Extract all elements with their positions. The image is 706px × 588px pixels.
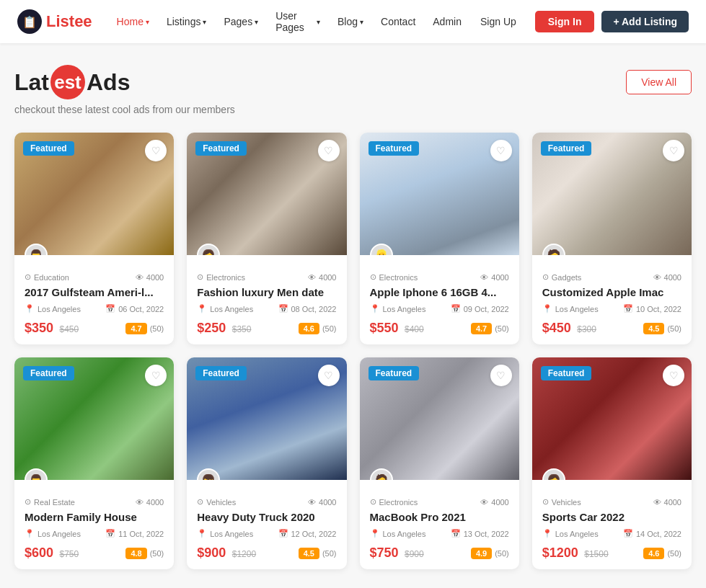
card-title: Modern Family House	[25, 511, 164, 523]
featured-badge: Featured	[195, 141, 247, 156]
signin-button[interactable]: Sign In	[535, 11, 595, 32]
review-count: (50)	[495, 549, 509, 558]
card-price: $1200	[542, 545, 578, 560]
card-body: ⊙ Education 👁 4000 2017 Gulfsteam Ameri-…	[14, 255, 174, 344]
eye-icon: 👁	[480, 498, 488, 507]
card-title: MacBook Pro 2021	[370, 511, 509, 523]
calendar-icon: 📅	[623, 304, 633, 313]
nav-item-admin[interactable]: Admin	[425, 12, 469, 32]
review-count: (50)	[667, 324, 681, 333]
card-footer: $450 $300 4.5 (50)	[542, 321, 681, 336]
calendar-icon: 📅	[451, 529, 461, 538]
card-info: 📍 Los Angeles 📅 13 Oct, 2022	[370, 529, 509, 538]
card-rating: 4.5 (50)	[643, 323, 681, 334]
card-image: Featured ♡ 👩	[532, 357, 692, 480]
card-price-old: $400	[405, 324, 424, 334]
card-category: ⊙ Vehicles	[542, 497, 581, 507]
card-price: $600	[25, 545, 53, 560]
eye-icon: 👁	[653, 498, 661, 507]
card-pricing: $450 $300	[542, 321, 596, 336]
listing-card[interactable]: Featured ♡ 🧑 ⊙ Gadgets 👁 4000 Customized…	[532, 133, 692, 344]
card-category: ⊙ Gadgets	[542, 272, 582, 282]
featured-badge: Featured	[195, 366, 247, 380]
card-rating: 4.7 (50)	[471, 323, 509, 334]
card-views: 👁 4000	[308, 497, 336, 507]
section-title: Latest Ads	[14, 65, 130, 99]
wishlist-button[interactable]: ♡	[318, 140, 340, 161]
view-all-button[interactable]: View All	[626, 70, 692, 94]
card-meta: ⊙ Electronics 👁 4000	[197, 272, 336, 282]
listing-card[interactable]: Featured ♡ 👩 ⊙ Vehicles 👁 4000 Sports Ca…	[532, 357, 692, 569]
wishlist-button[interactable]: ♡	[490, 365, 512, 386]
card-price-old: $450	[60, 324, 79, 334]
nav-item-user-pages[interactable]: User Pages ▾	[268, 6, 327, 37]
calendar-icon: 📅	[105, 304, 115, 313]
listing-card[interactable]: Featured ♡ 🧔 ⊙ Electronics 👁 4000 MacBoo…	[360, 357, 519, 569]
card-body: ⊙ Gadgets 👁 4000 Customized Apple Imac 📍…	[532, 255, 692, 344]
card-price: $350	[25, 321, 53, 335]
card-info: 📍 Los Angeles 📅 10 Oct, 2022	[542, 304, 681, 313]
wishlist-button[interactable]: ♡	[663, 140, 684, 161]
card-price: $550	[370, 321, 399, 335]
wishlist-button[interactable]: ♡	[663, 365, 684, 386]
card-date: 📅 11 Oct, 2022	[105, 529, 164, 538]
category-icon: ⊙	[25, 272, 31, 282]
review-count: (50)	[150, 324, 164, 333]
listing-card[interactable]: Featured ♡ 👦 ⊙ Vehicles 👁 4000 Heavy Dut…	[187, 357, 346, 569]
listing-card[interactable]: Featured ♡ 👱 ⊙ Electronics 👁 4000 Apple …	[360, 133, 519, 344]
card-info: 📍 Los Angeles 📅 14 Oct, 2022	[542, 529, 681, 538]
card-price-old: $1200	[232, 549, 256, 559]
nav-item-home[interactable]: Home ▾	[110, 12, 156, 32]
card-price-old: $350	[232, 324, 252, 334]
add-listing-button[interactable]: + Add Listing	[601, 11, 689, 32]
eye-icon: 👁	[480, 273, 488, 282]
nav-item-pages[interactable]: Pages ▾	[216, 12, 265, 32]
listing-card[interactable]: Featured ♡ 👩 ⊙ Electronics 👁 4000 Fashio…	[187, 133, 346, 344]
eye-icon: 👁	[308, 498, 316, 507]
card-image: Featured ♡ 👱	[360, 133, 519, 255]
card-body: ⊙ Electronics 👁 4000 Fashion luxury Men …	[187, 255, 346, 344]
logo[interactable]: Listee	[17, 9, 92, 34]
card-price-old: $1500	[584, 549, 608, 559]
nav-links: Home ▾ Listings ▾ Pages ▾ User Pages ▾ B…	[110, 6, 469, 37]
card-location: 📍 Los Angeles	[370, 529, 426, 538]
category-icon: ⊙	[370, 497, 376, 507]
card-footer: $1200 $1500 4.6 (50)	[542, 545, 681, 561]
eye-icon: 👁	[136, 498, 144, 507]
card-price: $750	[370, 545, 399, 560]
wishlist-button[interactable]: ♡	[490, 140, 512, 161]
card-image: Featured ♡ 🧑	[532, 133, 692, 255]
review-count: (50)	[322, 324, 337, 333]
card-rating: 4.8 (50)	[125, 548, 164, 559]
calendar-icon: 📅	[278, 529, 288, 538]
location-icon: 📍	[542, 304, 552, 313]
card-category: ⊙ Real Estate	[25, 497, 75, 507]
card-meta: ⊙ Electronics 👁 4000	[370, 272, 509, 282]
review-count: (50)	[150, 549, 164, 558]
rating-badge: 4.5	[299, 548, 319, 559]
card-pricing: $1200 $1500	[542, 545, 609, 561]
card-title: Apple Iphone 6 16GB 4...	[370, 286, 509, 298]
card-body: ⊙ Vehicles 👁 4000 Sports Car 2022 📍 Los …	[532, 480, 692, 569]
wishlist-button[interactable]: ♡	[318, 365, 340, 386]
card-location: 📍 Los Angeles	[197, 304, 253, 313]
card-meta: ⊙ Vehicles 👁 4000	[197, 497, 336, 507]
card-footer: $550 $400 4.7 (50)	[370, 321, 509, 336]
card-pricing: $750 $900	[370, 545, 424, 561]
card-views: 👁 4000	[136, 497, 164, 507]
card-price-old: $900	[405, 549, 424, 559]
card-footer: $900 $1200 4.5 (50)	[197, 545, 336, 561]
nav-item-blog[interactable]: Blog ▾	[330, 12, 371, 32]
signup-button[interactable]: Sign Up	[469, 11, 528, 32]
listing-card[interactable]: Featured ♡ 👨 ⊙ Education 👁 4000 2017 Gul…	[14, 133, 174, 344]
featured-badge: Featured	[541, 366, 592, 380]
featured-badge: Featured	[541, 141, 592, 156]
featured-badge: Featured	[369, 366, 420, 380]
nav-item-contact[interactable]: Contact	[374, 12, 423, 32]
nav-item-listings[interactable]: Listings ▾	[159, 12, 213, 32]
chevron-down-icon: ▾	[255, 18, 258, 26]
location-icon: 📍	[542, 529, 552, 538]
card-image: Featured ♡ 👦	[187, 357, 346, 480]
chevron-down-icon: ▾	[203, 18, 206, 26]
listing-card[interactable]: Featured ♡ 👨 ⊙ Real Estate 👁 4000 Modern…	[14, 357, 174, 569]
